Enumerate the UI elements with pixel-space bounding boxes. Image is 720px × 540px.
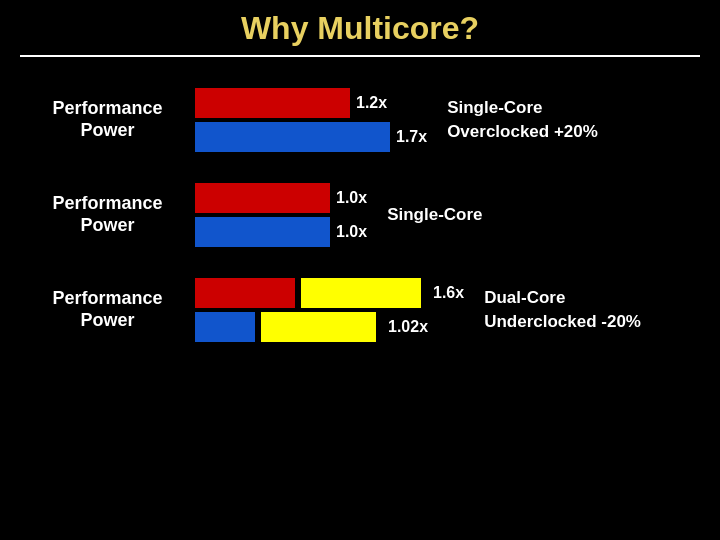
row-2-bar-2: 1.0x <box>195 217 367 247</box>
row-2-bars: 1.0x 1.0x <box>195 183 367 247</box>
row-2-label-line1: Performance <box>52 193 162 213</box>
row-3-desc: Dual-Core Underclocked -20% <box>484 286 641 334</box>
row-3-power-blue <box>195 312 255 342</box>
row-3-perf-red <box>195 278 295 308</box>
row-2: Performance Power 1.0x 1.0x Single-Core <box>20 172 700 257</box>
row-1-label: Performance Power <box>20 98 195 141</box>
row-2-bar-1-label: 1.0x <box>336 189 367 207</box>
row-3-label-line2: Power <box>80 310 134 330</box>
row-1-bar-1: 1.2x <box>195 88 427 118</box>
row-1-label-line2: Power <box>80 120 134 140</box>
row-3-bars: 1.6x 1.02x <box>195 278 464 342</box>
row-2-desc-line1: Single-Core <box>387 205 482 224</box>
row-3-perf-bar: 1.6x <box>195 278 464 308</box>
row-1-bar-2-label: 1.7x <box>396 128 427 146</box>
row-2-red-bar <box>195 183 330 213</box>
row-3-label-line1: Performance <box>52 288 162 308</box>
row-3-perf-yellow <box>301 278 421 308</box>
page-title: Why Multicore? <box>20 10 700 47</box>
row-1-bar-1-label: 1.2x <box>356 94 387 112</box>
title-section: Why Multicore? <box>20 10 700 57</box>
row-3-perf-label: 1.6x <box>433 284 464 302</box>
row-2-label: Performance Power <box>20 193 195 236</box>
row-3-power-bar: 1.02x <box>195 312 464 342</box>
row-3-desc-line1: Dual-Core <box>484 288 565 307</box>
row-2-desc: Single-Core <box>387 203 482 227</box>
row-2-bar-2-label: 1.0x <box>336 223 367 241</box>
row-2-bar-1: 1.0x <box>195 183 367 213</box>
row-3-power-label: 1.02x <box>388 318 428 336</box>
row-3-desc-line2: Underclocked -20% <box>484 312 641 331</box>
row-3-power-yellow <box>261 312 376 342</box>
main-container: Why Multicore? Performance Power 1.2x 1.… <box>0 0 720 540</box>
row-1-bar-2: 1.7x <box>195 122 427 152</box>
row-1-desc-line1: Single-Core <box>447 98 542 117</box>
content-area: Performance Power 1.2x 1.7x Single-Core … <box>20 77 700 520</box>
row-2-label-line2: Power <box>80 215 134 235</box>
row-3-label: Performance Power <box>20 288 195 331</box>
row-2-blue-bar <box>195 217 330 247</box>
row-1: Performance Power 1.2x 1.7x Single-Core … <box>20 77 700 162</box>
row-1-desc: Single-Core Overclocked +20% <box>447 96 598 144</box>
row-1-bars: 1.2x 1.7x <box>195 88 427 152</box>
row-1-label-line1: Performance <box>52 98 162 118</box>
row-1-red-bar <box>195 88 350 118</box>
row-1-blue-bar <box>195 122 390 152</box>
row-1-desc-line2: Overclocked +20% <box>447 122 598 141</box>
row-3: Performance Power 1.6x 1.02x Dual-Core <box>20 267 700 352</box>
